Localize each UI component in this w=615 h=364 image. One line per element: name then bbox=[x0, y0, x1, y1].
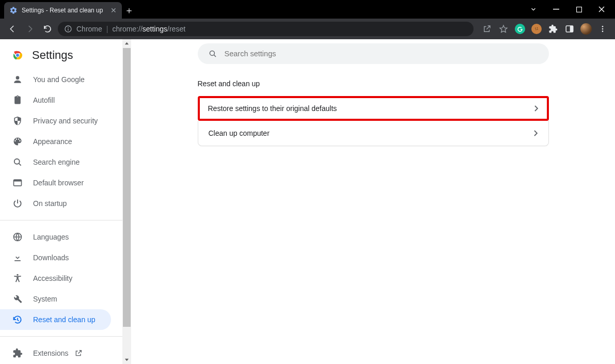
palette-icon bbox=[12, 136, 23, 147]
tab-close-icon[interactable]: ✕ bbox=[111, 6, 117, 14]
extension-grammarly-icon[interactable] bbox=[513, 22, 527, 36]
browser-tab[interactable]: Settings - Reset and clean up ✕ bbox=[4, 2, 122, 19]
sidebar-item-label: On startup bbox=[33, 199, 67, 208]
globe-icon bbox=[12, 232, 23, 242]
svg-point-8 bbox=[537, 29, 538, 30]
svg-point-13 bbox=[602, 30, 604, 32]
sidebar-item-default-browser[interactable]: Default browser bbox=[0, 172, 111, 193]
address-bar: Chrome | chrome://settings/reset bbox=[0, 19, 615, 39]
search-icon bbox=[12, 157, 23, 167]
search-icon bbox=[208, 49, 217, 58]
settings-header: Settings bbox=[0, 49, 122, 69]
sidebar-item-label: Autofill bbox=[33, 96, 55, 104]
svg-point-3 bbox=[68, 27, 69, 28]
sidebar-item-label: Accessibility bbox=[33, 274, 72, 282]
sidebar-item-appearance[interactable]: Appearance bbox=[0, 131, 111, 152]
minimize-button[interactable] bbox=[546, 0, 566, 19]
sidebar-item-label: Privacy and security bbox=[33, 117, 98, 125]
content-area: Reset and clean up Restore settings to t… bbox=[131, 39, 615, 364]
sidebar-item-privacy-and-security[interactable]: Privacy and security bbox=[0, 110, 111, 131]
browser-icon bbox=[12, 178, 23, 188]
sidebar-item-on-startup[interactable]: On startup bbox=[0, 193, 111, 214]
tab-title: Settings - Reset and clean up bbox=[22, 7, 107, 14]
open-external-icon bbox=[74, 349, 83, 357]
sidebar-item-label: Extensions bbox=[33, 349, 68, 357]
sidebar-scrollbar[interactable] bbox=[122, 39, 131, 364]
sidebar-item-extensions[interactable]: Extensions bbox=[0, 343, 122, 363]
chrome-logo-icon bbox=[11, 49, 24, 61]
side-panel-icon[interactable] bbox=[562, 22, 577, 36]
restore-icon bbox=[12, 314, 23, 325]
row-label: Restore settings to their original defau… bbox=[208, 104, 337, 113]
svg-rect-0 bbox=[553, 9, 559, 10]
power-icon bbox=[12, 198, 23, 209]
sidebar-item-accessibility[interactable]: Accessibility bbox=[0, 268, 111, 289]
share-icon[interactable] bbox=[480, 22, 494, 36]
sidebar-item-label: Search engine bbox=[33, 158, 80, 166]
sidebar-item-search-engine[interactable]: Search engine bbox=[0, 152, 111, 172]
chevron-down-icon[interactable] bbox=[523, 0, 544, 19]
search-settings[interactable] bbox=[198, 43, 549, 64]
person-icon bbox=[12, 74, 23, 85]
row-label: Clean up computer bbox=[209, 129, 270, 137]
new-tab-button[interactable]: ＋ bbox=[122, 2, 136, 19]
sidebar-item-label: System bbox=[33, 295, 57, 303]
maximize-button[interactable] bbox=[569, 0, 589, 19]
close-window-button[interactable] bbox=[591, 0, 612, 19]
window-controls bbox=[523, 0, 615, 19]
svg-rect-4 bbox=[68, 28, 68, 30]
svg-line-24 bbox=[214, 55, 216, 57]
svg-point-7 bbox=[535, 29, 537, 30]
reload-button[interactable] bbox=[40, 22, 55, 36]
svg-rect-1 bbox=[576, 7, 581, 12]
titlebar: Settings - Reset and clean up ✕ ＋ bbox=[0, 0, 615, 19]
extensions-puzzle-icon[interactable] bbox=[546, 22, 560, 36]
sidebar-item-languages[interactable]: Languages bbox=[0, 227, 111, 247]
wrench-icon bbox=[12, 294, 23, 304]
svg-point-6 bbox=[537, 27, 538, 28]
chevron-right-icon bbox=[534, 105, 539, 112]
section-title: Reset and clean up bbox=[198, 80, 549, 88]
sidebar-item-autofill[interactable]: Autofill bbox=[0, 90, 111, 110]
site-info-icon[interactable] bbox=[64, 25, 72, 33]
sidebar-item-label: Appearance bbox=[33, 137, 72, 146]
sidebar-item-system[interactable]: System bbox=[0, 289, 111, 309]
sidebar-item-downloads[interactable]: Downloads bbox=[0, 247, 111, 268]
accessibility-icon bbox=[12, 273, 23, 283]
sidebar: Settings You and GoogleAutofillPrivacy a… bbox=[0, 39, 122, 364]
scroll-thumb[interactable] bbox=[123, 48, 131, 327]
search-input[interactable] bbox=[225, 50, 539, 58]
sidebar-item-label: You and Google bbox=[33, 75, 85, 84]
url-label: Chrome bbox=[76, 25, 102, 33]
kebab-menu-icon[interactable] bbox=[595, 22, 610, 36]
puzzle-icon bbox=[12, 348, 23, 358]
url-box[interactable]: Chrome | chrome://settings/reset bbox=[58, 22, 474, 36]
clean-up-computer-row[interactable]: Clean up computer bbox=[198, 121, 548, 146]
settings-gear-icon bbox=[9, 6, 18, 14]
assignment-icon bbox=[12, 95, 23, 105]
svg-point-17 bbox=[14, 159, 20, 164]
restore-defaults-row[interactable]: Restore settings to their original defau… bbox=[200, 98, 547, 119]
chevron-right-icon bbox=[534, 130, 538, 136]
svg-point-23 bbox=[210, 51, 214, 55]
svg-point-11 bbox=[602, 26, 604, 27]
svg-point-5 bbox=[535, 28, 536, 29]
scroll-up-icon[interactable] bbox=[122, 39, 131, 48]
scroll-down-icon[interactable] bbox=[122, 355, 131, 364]
sidebar-item-you-and-google[interactable]: You and Google bbox=[0, 69, 111, 90]
shield-icon bbox=[12, 116, 23, 126]
bookmark-star-icon[interactable] bbox=[496, 22, 511, 36]
profile-avatar[interactable] bbox=[579, 22, 593, 36]
extension-cookie-icon[interactable] bbox=[529, 22, 544, 36]
svg-rect-20 bbox=[14, 180, 22, 181]
svg-point-12 bbox=[602, 28, 604, 30]
sidebar-item-reset-and-clean-up[interactable]: Reset and clean up bbox=[0, 309, 111, 330]
svg-point-22 bbox=[17, 274, 18, 276]
sidebar-item-label: Languages bbox=[33, 233, 69, 241]
svg-rect-10 bbox=[570, 26, 573, 32]
sidebar-item-label: Downloads bbox=[33, 254, 69, 262]
back-button[interactable] bbox=[5, 22, 20, 36]
download-icon bbox=[12, 252, 23, 263]
url-text: chrome://settings/reset bbox=[112, 25, 185, 33]
forward-button[interactable] bbox=[23, 22, 37, 36]
